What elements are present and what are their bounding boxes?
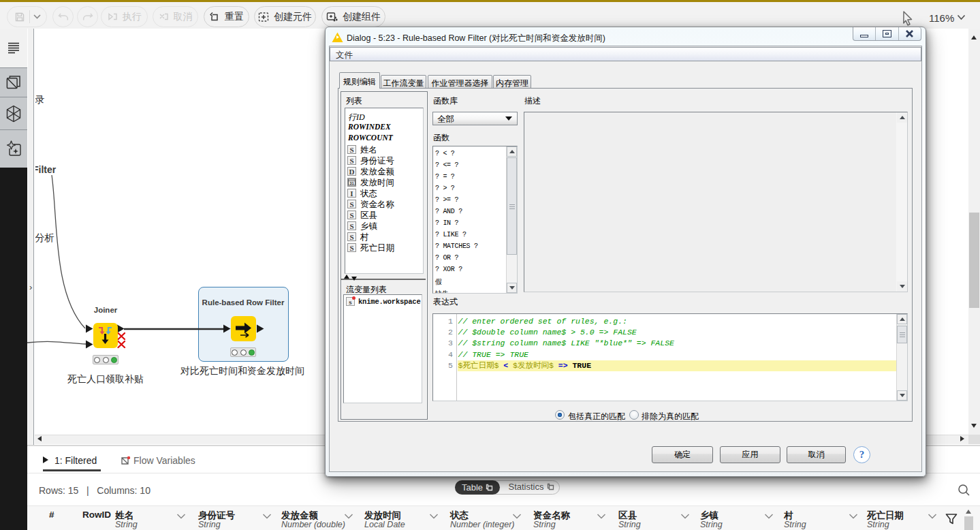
svg-text:31: 31	[349, 181, 354, 185]
